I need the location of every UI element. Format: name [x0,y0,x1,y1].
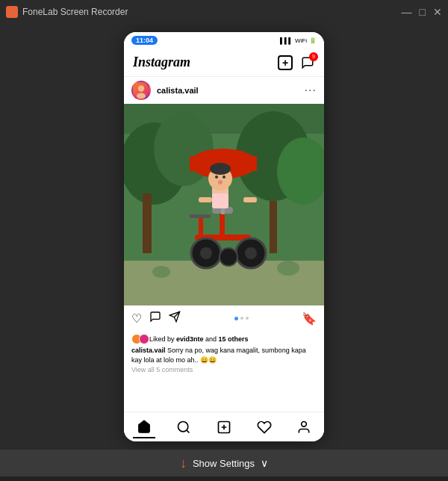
nav-profile-icon[interactable] [293,416,315,438]
show-settings-bar[interactable]: ↓ Show Settings ∨ [0,450,448,477]
dot-3 [246,317,249,320]
post-more-icon[interactable]: ··· [305,84,317,97]
svg-rect-18 [190,214,211,218]
post-actions: ♡ 🔖 [124,305,324,331]
svg-point-37 [178,421,188,431]
svg-rect-10 [270,201,277,253]
bookmark-icon[interactable]: 🔖 [302,311,317,326]
svg-point-2 [137,93,146,99]
ig-header: Instagram + 9 [124,49,324,77]
title-bar-controls: — □ ✕ [402,7,442,17]
svg-point-25 [245,247,257,259]
bottom-toolbar: ⏸ Pause Stop 📷 00:00:31 2.66 MB/56.53 GB [0,477,448,481]
like-icon[interactable]: ♡ [131,311,142,326]
app-icon [6,6,18,18]
svg-point-31 [223,176,225,179]
post-header: calista.vail ··· [124,77,324,104]
ig-messenger-icon[interactable]: 9 [300,55,315,70]
dot-1 [234,317,238,320]
ig-header-icons: + 9 [278,55,315,70]
status-bar: 11:04 ▌▌▌ WiFi 🔋 [124,32,324,49]
settings-chevron-icon: ∨ [261,457,268,469]
liked-text: Liked by evid3nte and 15 others [149,335,249,343]
nav-home-icon[interactable] [133,416,155,438]
share-icon[interactable] [169,311,181,326]
status-time: 11:04 [131,36,158,45]
svg-point-23 [200,247,212,259]
svg-point-30 [215,176,218,179]
phone-frame: 11:04 ▌▌▌ WiFi 🔋 Instagram + 9 [124,32,324,441]
settings-label: Show Settings [193,458,255,469]
app-title: FoneLab Screen Recorder [22,7,128,17]
svg-point-33 [210,163,231,175]
svg-point-12 [277,261,299,276]
main-content: 11:04 ▌▌▌ WiFi 🔋 Instagram + 9 [0,24,448,450]
nav-search-icon[interactable] [172,416,195,438]
view-comments[interactable]: View all 5 comments [131,366,317,373]
liked-by: Liked by evid3nte and 15 others [131,334,317,344]
nav-heart-icon[interactable] [253,416,276,438]
title-bar-left: FoneLab Screen Recorder [6,6,128,18]
close-button[interactable]: ✕ [433,7,442,17]
notification-badge: 9 [309,52,318,61]
title-bar: FoneLab Screen Recorder — □ ✕ [0,0,448,24]
svg-rect-9 [143,193,152,253]
battery-icon: 🔋 [309,37,317,44]
caption-text: calista.vail Sorry na po, wag kana magal… [131,346,317,364]
svg-rect-28 [212,193,228,208]
svg-point-26 [220,248,237,266]
liked-avatars [131,334,146,344]
svg-point-42 [302,421,307,426]
svg-rect-15 [220,212,225,236]
ig-logo: Instagram [133,55,190,70]
settings-arrow-icon: ↓ [180,456,187,471]
svg-line-38 [187,429,190,432]
minimize-button[interactable]: — [402,7,412,17]
post-image [124,104,324,305]
post-avatar [131,81,151,100]
svg-rect-35 [243,197,257,202]
comment-icon[interactable] [149,311,161,326]
svg-point-32 [218,180,223,184]
liked-avatar-2 [139,334,149,344]
ig-add-icon[interactable]: + [278,55,293,70]
wifi-icon: WiFi [295,37,307,44]
dot-2 [240,317,243,320]
ig-bottom-nav [124,412,324,441]
nav-add-icon[interactable] [213,416,235,438]
dots-indicator [234,317,249,320]
signal-icon: ▌▌▌ [280,37,293,44]
post-caption: Liked by evid3nte and 15 others calista.… [124,331,324,375]
status-icons: ▌▌▌ WiFi 🔋 [280,37,317,44]
post-username[interactable]: calista.vail [157,86,299,95]
post-image-bg [124,104,324,305]
svg-rect-34 [199,197,212,202]
svg-point-13 [152,266,170,278]
maximize-button[interactable]: □ [420,7,426,17]
svg-point-1 [138,85,144,91]
